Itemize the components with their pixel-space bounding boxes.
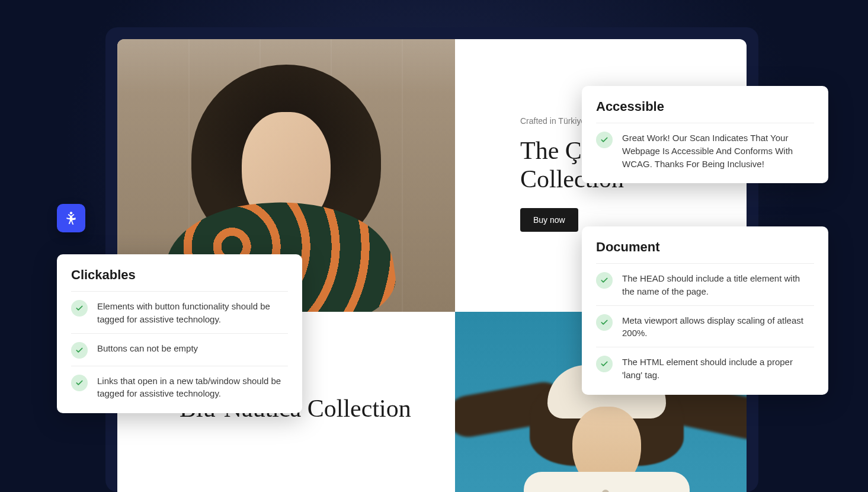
- card-title: Clickables: [71, 267, 288, 283]
- card-accessible: Accessible Great Work! Our Scan Indicate…: [582, 86, 828, 183]
- svg-point-0: [70, 212, 72, 214]
- list-item: Elements with button functionality shoul…: [71, 291, 288, 333]
- check-icon: [71, 375, 88, 391]
- card-title: Document: [596, 239, 814, 255]
- item-text: Meta viewport allows display scaling of …: [622, 313, 814, 340]
- check-icon: [596, 356, 613, 372]
- item-text: Great Work! Our Scan Indicates That Your…: [622, 130, 814, 170]
- card-clickables: Clickables Elements with button function…: [57, 254, 302, 413]
- list-item: Meta viewport allows display scaling of …: [596, 305, 814, 347]
- list-item: The HEAD should include a title element …: [596, 263, 814, 305]
- card-document: Document The HEAD should include a title…: [582, 226, 828, 395]
- accessibility-icon: [63, 210, 79, 226]
- check-icon: [71, 342, 88, 359]
- list-item: Links that open in a new tab/window shou…: [71, 366, 288, 408]
- list-item: Buttons can not be empty: [71, 333, 288, 366]
- check-icon: [596, 314, 613, 331]
- item-text: Buttons can not be empty: [97, 341, 198, 355]
- item-text: The HTML element should include a proper…: [622, 354, 814, 382]
- list-item: The HTML element should include a proper…: [596, 347, 814, 389]
- check-icon: [596, 132, 613, 148]
- accessibility-widget-button[interactable]: [57, 204, 85, 232]
- item-text: Elements with button functionality shoul…: [97, 299, 288, 326]
- check-icon: [596, 272, 613, 289]
- buy-now-button[interactable]: Buy now: [520, 208, 578, 232]
- list-item: Great Work! Our Scan Indicates That Your…: [596, 123, 814, 177]
- check-icon: [71, 300, 88, 317]
- item-text: Links that open in a new tab/window shou…: [97, 373, 288, 401]
- card-title: Accessible: [596, 99, 814, 114]
- item-text: The HEAD should include a title element …: [622, 271, 814, 298]
